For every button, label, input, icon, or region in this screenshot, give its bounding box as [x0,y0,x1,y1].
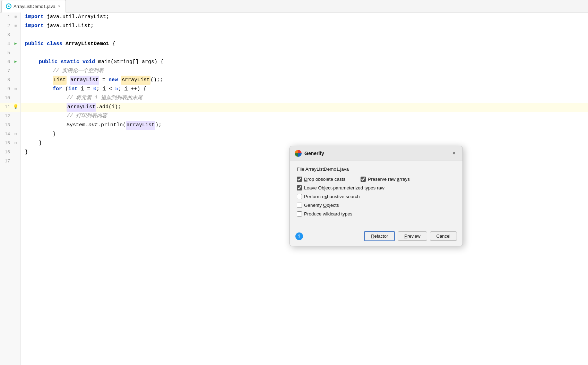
line-num-12: 12 [0,113,12,120]
leave-object-param-label: Leave Object-parameterized types raw [304,185,384,190]
line-num-1: 1 [0,14,12,21]
gutter-row-1: 1 ⊟ [0,12,20,22]
var-arraylist-11: arrayList [67,103,96,112]
dialog-body: File ArrayListDemo1.java Drop obsolete c… [290,161,462,228]
drop-obsolete-casts-checkbox[interactable] [297,177,302,182]
preview-button[interactable]: Preview [398,231,427,241]
keyword-import-2: import [25,22,44,30]
java-file-icon [6,3,11,9]
keyword-static-6: static [61,58,79,66]
generify-dialog-icon [295,150,302,157]
cancel-button[interactable]: Cancel [430,231,457,241]
num-0-9: 0 [93,85,96,93]
comment-12: // 打印列表内容 [67,112,107,120]
comment-7: // 实例化一个空列表 [53,67,104,75]
collapse-icon-9: ⊟ [12,86,19,92]
gutter-row-16: 16 [0,148,20,157]
generify-objects-option[interactable]: Generify Objects [297,203,339,208]
keyword-class-4: class [47,40,62,48]
line-num-4: 4 [0,41,12,48]
gutter-row-2: 2 ⊟ [0,22,20,31]
produce-wildcard-types-option[interactable]: Produce wildcard types [297,211,353,217]
leave-object-param-checkbox[interactable] [297,185,302,190]
gutter-row-5: 5 [0,49,20,58]
line-num-16: 16 [0,149,12,156]
dialog-file-label: File ArrayListDemo1.java [297,167,456,172]
gutter-row-17: 17 [0,157,20,166]
run-icon-6[interactable]: ▶ [12,59,19,65]
tab-close-button[interactable]: × [58,3,61,9]
leave-object-param-option[interactable]: Leave Object-parameterized types raw [297,185,384,190]
line-num-6: 6 [0,59,12,66]
line-num-3: 3 [0,32,12,39]
code-line-3 [21,31,588,40]
code-line-10: // 将元素 i 追加到列表的末尾 [21,94,588,103]
gutter-row-13: 13 [0,121,20,130]
file-tab[interactable]: ArrayListDemo1.java × [1,0,66,12]
help-button[interactable]: ? [295,232,303,240]
dialog-title: Generify [304,151,448,156]
dialog-options: Drop obsolete casts Preserve raw arrays … [297,177,456,217]
code-text-1: java.util.ArrayList; [44,13,109,21]
type-list-8: List [53,76,67,85]
refactor-button[interactable]: Refactor [364,231,395,241]
code-line-8: List arrayList = new ArrayList();; [21,76,588,85]
keyword-new-8: new [109,76,118,84]
option-row-4: Generify Objects [297,203,456,208]
line-num-17: 17 [0,158,12,165]
code-line-9: for (int i = 0; i < 5; i ++) { [21,85,588,94]
gutter-row-14: 14 ⊟ [0,130,20,139]
code-text-2: java.util.List; [44,22,94,30]
preserve-raw-arrays-label: Preserve raw arrays [368,177,410,182]
tab-bar: ArrayListDemo1.java × [0,0,588,12]
produce-wildcard-types-checkbox[interactable] [297,211,302,217]
code-line-2: import java.util.List; [21,22,588,31]
code-line-11: arrayList.add(i); [21,103,588,112]
line-num-8: 8 [0,77,12,84]
bulb-icon-11[interactable]: 💡 [12,104,19,111]
generify-objects-label: Generify Objects [304,203,339,208]
produce-wildcard-types-label: Produce wildcard types [304,211,353,217]
line-num-15: 15 [0,140,12,147]
generify-objects-checkbox[interactable] [297,203,302,208]
line-gutter: 1 ⊟ 2 ⊟ 3 4 ▶ 5 [0,12,21,365]
keyword-for-9: for [53,85,62,93]
space-4a [44,40,47,48]
perform-exhaustive-search-checkbox[interactable] [297,194,302,199]
perform-exhaustive-search-option[interactable]: Perform exhaustive search [297,194,360,199]
line-num-7: 7 [0,68,12,75]
run-icon-4[interactable]: ▶ [12,41,19,47]
gutter-row-4: 4 ▶ [0,40,20,49]
gutter-row-7: 7 [0,67,20,76]
line-num-9: 9 [0,86,12,93]
tab-filename: ArrayListDemo1.java [14,4,55,9]
line-num-13: 13 [0,122,12,129]
code-line-6: public static void main(String[] args) { [21,58,588,67]
gutter-row-8: 8 [0,76,20,85]
code-line-5 [21,49,588,58]
option-row-1: Drop obsolete casts Preserve raw arrays [297,177,456,182]
code-line-14: } [21,130,588,139]
line-num-2: 2 [0,23,12,30]
dialog-header: Generify × [290,146,462,161]
keyword-public-4: public [25,40,44,48]
line-num-5: 5 [0,50,12,57]
preserve-raw-arrays-option[interactable]: Preserve raw arrays [361,177,410,182]
option-row-2: Leave Object-parameterized types raw [297,185,456,190]
collapse-icon-14: ⊟ [12,131,19,137]
perform-exhaustive-search-label: Perform exhaustive search [304,194,360,199]
keyword-import-1: import [25,13,44,21]
collapse-icon-15: ⊟ [12,141,19,146]
collapse-icon-2: ⊟ [12,23,19,29]
line-num-14: 14 [0,131,12,138]
comment-10: // 将元素 i 追加到列表的末尾 [67,94,142,102]
code-line-1: import java.util.ArrayList; [21,12,588,22]
gutter-row-12: 12 [0,112,20,121]
preserve-raw-arrays-checkbox[interactable] [361,177,366,182]
keyword-public-6: public [39,58,58,66]
keyword-int-9: int [68,85,78,93]
gutter-row-10: 10 [0,94,20,103]
dialog-close-button[interactable]: × [450,150,458,157]
line-num-10: 10 [0,95,12,102]
drop-obsolete-casts-option[interactable]: Drop obsolete casts [297,177,345,182]
